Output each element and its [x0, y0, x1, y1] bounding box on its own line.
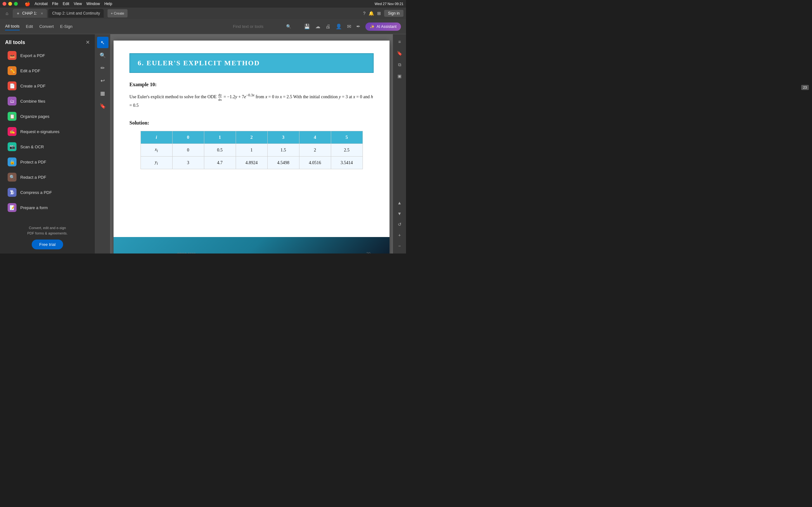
sidebar-item-edit-pdf[interactable]: ✏️ Edit a PDF: [3, 64, 92, 78]
sidebar-close-icon[interactable]: ✕: [86, 39, 90, 45]
pages-panel-button[interactable]: ▣: [395, 71, 405, 81]
main-layout: All tools ✕ 📤 Export a PDF ✏️ Edit a PDF…: [0, 34, 406, 253]
fraction-dy-dx: dy dx: [218, 93, 222, 101]
cloud-upload-icon[interactable]: ☁: [315, 23, 320, 30]
zoom-in-button[interactable]: +: [395, 230, 405, 240]
table-cell-yi-0: 3: [172, 157, 204, 169]
send-icon[interactable]: ✉: [347, 23, 351, 30]
scan-ocr-icon: 📷: [8, 142, 16, 151]
table-cell-xi-5: 2.5: [331, 144, 362, 157]
create-pdf-icon: 📄: [8, 81, 16, 90]
sidebar-item-scan-ocr[interactable]: 📷 Scan & OCR: [3, 140, 92, 154]
apple-icon[interactable]: 🍎: [25, 1, 30, 6]
close-window-btn[interactable]: [3, 2, 6, 6]
minimize-window-btn[interactable]: [8, 2, 12, 6]
table-cell-yi-label: yi: [141, 157, 172, 169]
export-pdf-icon: 📤: [8, 51, 16, 60]
table-cell-yi-1: 4.7: [204, 157, 236, 169]
text-select-tool-button[interactable]: ▦: [97, 88, 108, 99]
menu-help[interactable]: Help: [104, 2, 112, 6]
menu-edit[interactable]: Edit: [63, 2, 69, 6]
sidebar-bottom: Convert, edit and e-sign PDF forms & agr…: [0, 220, 95, 253]
nav-edit[interactable]: Edit: [26, 23, 33, 30]
redact-pdf-label: Redact a PDF: [20, 175, 46, 180]
menu-file[interactable]: File: [52, 2, 58, 6]
sidebar-item-redact-pdf[interactable]: 🔍 Redact a PDF: [3, 170, 92, 184]
table-header-i: i: [141, 131, 172, 144]
scroll-up-button[interactable]: ▲: [395, 198, 405, 208]
table-header-3: 3: [267, 131, 299, 144]
sidebar-item-prepare-form[interactable]: 📝 Prepare a form: [3, 201, 92, 215]
combine-files-label: Combine files: [20, 99, 45, 104]
menu-window[interactable]: Window: [86, 2, 100, 6]
organize-pages-icon: 📋: [8, 112, 16, 121]
sidebar-item-combine-files[interactable]: 🗂 Combine files: [3, 94, 92, 108]
nav-esign[interactable]: E-Sign: [60, 23, 72, 30]
create-pdf-label: Create a PDF: [20, 83, 45, 89]
save-icon[interactable]: 💾: [304, 23, 310, 30]
create-tab-button[interactable]: + Create: [107, 9, 128, 17]
tab-chap2[interactable]: Chap 2: Limit and Continuity: [48, 9, 104, 18]
export-pdf-label: Export a PDF: [20, 53, 45, 58]
sign-in-button[interactable]: Sign in: [384, 10, 403, 17]
zoom-out-button[interactable]: −: [395, 241, 405, 251]
highlight-tool-button[interactable]: ✏: [97, 62, 108, 73]
tab1-close-icon[interactable]: ✕: [41, 12, 43, 15]
sidebar-item-export-pdf[interactable]: 📤 Export a PDF: [3, 49, 92, 62]
ai-assistant-button[interactable]: ✨ AI Assistant: [365, 22, 401, 31]
layers-panel-button[interactable]: ⧉: [395, 60, 405, 70]
table-row-yi: yi 3 4.7 4.8924 4.5498 4.0516 3.5414: [141, 157, 362, 169]
tool-panel: ↖ 🔍 ✏ ↩ ▦ 🔖: [95, 34, 110, 253]
bookmarks-panel-button[interactable]: 🔖: [395, 48, 405, 58]
sidebar-item-organize-pages[interactable]: 📋 Organize pages: [3, 109, 92, 123]
prepare-form-label: Prepare a form: [20, 205, 48, 210]
solution-section: Solution: i 0 1 2 3 4 5: [130, 120, 374, 169]
ai-assistant-label: AI Assistant: [376, 24, 397, 29]
redact-pdf-icon: 🔍: [8, 173, 16, 181]
refresh-button[interactable]: ↺: [395, 219, 405, 229]
edit-pdf-label: Edit a PDF: [20, 68, 40, 73]
table-cell-yi-3: 4.5498: [267, 157, 299, 169]
scroll-down-button[interactable]: ▼: [395, 209, 405, 219]
toolbar-search-area: 🔍: [233, 24, 291, 29]
tabbar-right: ? 🔔 ⊞ Sign in: [363, 10, 404, 17]
select-tool-button[interactable]: ↖: [97, 37, 108, 48]
toolbar: All tools Edit Convert E-Sign 🔍 💾 ☁ 🖨 👤 …: [0, 19, 406, 34]
print-icon[interactable]: 🖨: [325, 24, 331, 30]
help-icon[interactable]: ?: [363, 11, 366, 16]
zoom-tool-button[interactable]: 🔍: [97, 49, 108, 61]
sidebar-item-create-pdf[interactable]: 📄 Create a PDF: [3, 79, 92, 93]
pen-icon[interactable]: ✒: [356, 23, 360, 30]
draw-tool-button[interactable]: ↩: [97, 75, 108, 86]
request-signatures-icon: ✍: [8, 127, 16, 136]
tab-chap1[interactable]: ★ CHAP 1: ✕: [13, 9, 47, 18]
sidebar-item-compress-pdf[interactable]: 🗜 Compress a PDF: [3, 185, 92, 199]
page-decoration: [113, 237, 390, 253]
search-input[interactable]: [233, 24, 284, 29]
comments-panel-button[interactable]: ≡: [395, 37, 405, 47]
home-button[interactable]: ⌂: [3, 9, 11, 18]
example-title: Example 10:: [130, 82, 374, 88]
menu-view[interactable]: View: [73, 2, 82, 6]
table-cell-xi-0: 0: [172, 144, 204, 157]
menu-acrobat[interactable]: Acrobat: [35, 2, 48, 6]
nav-all-tools[interactable]: All tools: [5, 22, 20, 31]
stamp-tool-button[interactable]: 🔖: [97, 100, 108, 112]
tab1-label: CHAP 1:: [22, 11, 37, 15]
sidebar-item-request-signatures[interactable]: ✍ Request e-signatures: [3, 124, 92, 138]
search-icon[interactable]: 🔍: [286, 24, 291, 29]
protect-pdf-icon: 🔒: [8, 158, 16, 166]
share-icon[interactable]: 👤: [336, 23, 342, 30]
maximize-window-btn[interactable]: [14, 2, 18, 6]
window-controls: [3, 2, 18, 6]
free-trial-button[interactable]: Free trial: [32, 239, 63, 249]
solution-table: i 0 1 2 3 4 5 xi 0 0.5: [141, 131, 363, 169]
protect-pdf-label: Protect a PDF: [20, 160, 46, 164]
sidebar-item-protect-pdf[interactable]: 🔒 Protect a PDF: [3, 155, 92, 169]
request-signatures-label: Request e-signatures: [20, 129, 60, 134]
page-number-bottom: 20: [366, 251, 370, 253]
apps-grid-icon[interactable]: ⊞: [377, 11, 381, 16]
compress-pdf-icon: 🗜: [8, 188, 16, 197]
nav-convert[interactable]: Convert: [39, 23, 54, 30]
notifications-icon[interactable]: 🔔: [368, 11, 374, 16]
